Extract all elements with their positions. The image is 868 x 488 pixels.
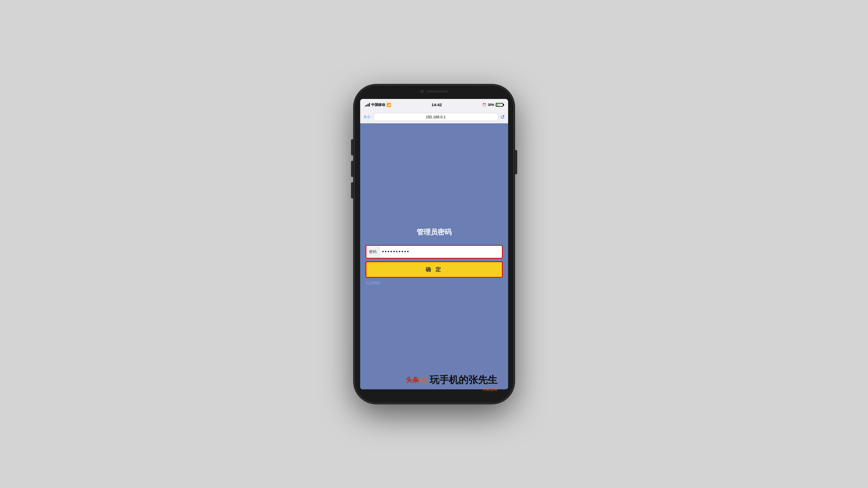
- page-title: 管理员密码: [417, 227, 452, 237]
- confirm-btn-wrapper: 2 确 定: [366, 261, 503, 278]
- camera: [420, 90, 424, 93]
- form-container: 1 密码 2 确 定 忘记密码?: [366, 245, 503, 285]
- wifi-icon: 📶: [386, 103, 391, 107]
- watermark: 头条 @ 玩手机的张先生 河南龙网: [406, 373, 497, 392]
- battery-bolt-icon: ⚡: [498, 103, 501, 106]
- watermark-main: 头条 @ 玩手机的张先生: [406, 373, 497, 387]
- battery-container: ⚡: [496, 103, 503, 107]
- watermark-prefix: 头条: [406, 376, 419, 384]
- time-display: 14:42: [431, 102, 442, 107]
- forgot-password-link[interactable]: 忘记密码?: [366, 281, 380, 285]
- size-label: 大小: [363, 115, 371, 119]
- confirm-button[interactable]: 确 定: [366, 261, 503, 278]
- camera-bar: [420, 90, 448, 93]
- password-field-box: 密码: [366, 245, 503, 259]
- speaker: [427, 90, 448, 93]
- address-bar: 大小 192.168.0.1 ↺: [360, 111, 508, 123]
- battery-percent: 30%: [488, 103, 494, 107]
- password-field-wrapper: 1 密码: [366, 245, 503, 259]
- watermark-location: 河南龙网: [482, 387, 497, 392]
- screen: 中国移动 📶 14:42 ⏰ 30% ⚡ 大小: [360, 99, 508, 389]
- alarm-icon: ⏰: [482, 103, 486, 107]
- battery-icon: ⚡: [496, 103, 503, 107]
- watermark-at: @: [420, 375, 428, 385]
- signal-bar-2: [366, 105, 367, 106]
- main-content: 管理员密码 1 密码 2 确 定: [360, 123, 508, 389]
- refresh-icon[interactable]: ↺: [500, 114, 505, 120]
- url-text: 192.168.0.1: [426, 115, 446, 119]
- signal-bar-3: [368, 104, 369, 106]
- status-right: ⏰ 30% ⚡: [482, 103, 503, 107]
- signal-bars: [365, 103, 370, 106]
- status-bar: 中国移动 📶 14:42 ⏰ 30% ⚡: [360, 99, 508, 111]
- phone: 中国移动 📶 14:42 ⏰ 30% ⚡ 大小: [355, 86, 514, 403]
- watermark-handle: 玩手机的张先生: [430, 373, 497, 387]
- password-label: 密码: [366, 246, 379, 258]
- url-bar[interactable]: 192.168.0.1: [374, 113, 498, 121]
- signal-bar-1: [365, 105, 366, 106]
- scene: 中国移动 📶 14:42 ⏰ 30% ⚡ 大小: [355, 86, 514, 403]
- password-input[interactable]: [379, 246, 502, 258]
- status-left: 中国移动 📶: [365, 102, 391, 107]
- carrier-label: 中国移动: [371, 102, 385, 107]
- signal-bar-4: [369, 103, 370, 106]
